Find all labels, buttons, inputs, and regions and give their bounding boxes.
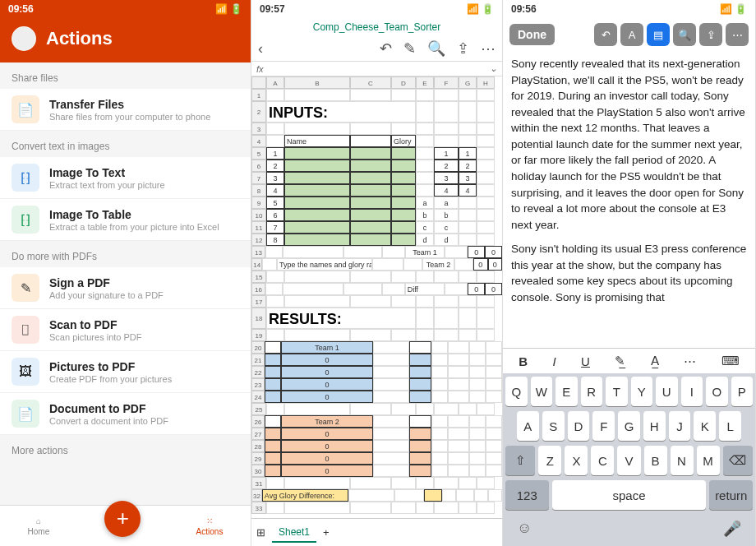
document-title[interactable]: Comp_Cheese_Team_Sorter <box>251 18 502 36</box>
key-v[interactable]: V <box>617 446 640 475</box>
more-icon[interactable]: ⋯ <box>481 39 496 58</box>
key-p[interactable]: P <box>731 377 754 406</box>
key-j[interactable]: J <box>669 411 691 441</box>
key-n[interactable]: N <box>671 446 694 475</box>
ocr-icon: ⁅⁆ <box>12 164 39 192</box>
item-transfer-files[interactable]: 📄 Transfer FilesShare files from your co… <box>0 89 251 131</box>
key-l[interactable]: L <box>719 411 741 441</box>
paragraph: Sony recently revealed that its next-gen… <box>511 56 747 233</box>
status-bar: 09:56📶 🔋 <box>0 0 251 18</box>
file-icon: 📄 <box>12 95 39 123</box>
document-body[interactable]: Sony recently revealed that its next-gen… <box>503 51 755 348</box>
toolbar: Done ↶ A ▤ 🔍 ⇪ ⋯ <box>503 18 755 51</box>
home-icon: ⌂ <box>36 516 41 525</box>
key-o[interactable]: O <box>706 377 728 406</box>
bold-button[interactable]: B <box>519 354 528 368</box>
key-y[interactable]: Y <box>631 377 653 406</box>
format-bar: B I U ✎̲ A̲ ⋯ ⌨ <box>503 348 755 373</box>
italic-button[interactable]: I <box>553 354 556 368</box>
status-bar: 09:56📶 🔋 <box>503 0 755 18</box>
plus-icon: + <box>117 506 129 531</box>
undo-icon[interactable]: ↶ <box>380 39 392 58</box>
item-image-to-text[interactable]: ⁅⁆ Image To TextExtract text from your p… <box>0 157 251 199</box>
scan-icon: ⌷ <box>12 316 39 344</box>
done-button[interactable]: Done <box>509 24 555 45</box>
sign-icon: ✎ <box>12 274 39 302</box>
keyboard-icon[interactable]: ⌨ <box>721 354 740 368</box>
formula-input[interactable] <box>269 64 485 74</box>
key-return[interactable]: return <box>709 480 753 510</box>
key-c[interactable]: C <box>591 446 614 475</box>
underline-button[interactable]: U <box>581 354 590 368</box>
key-u[interactable]: U <box>656 377 678 406</box>
more-format-icon[interactable]: ⋯ <box>684 354 696 368</box>
pictures-icon: 🖼 <box>12 358 39 386</box>
bottom-nav: ⌂Home + ⁙Actions <box>0 505 251 546</box>
key-q[interactable]: Q <box>505 377 528 406</box>
font-color-icon[interactable]: A̲ <box>651 354 659 368</box>
key-h[interactable]: H <box>643 411 666 441</box>
highlight-icon[interactable]: ✎̲ <box>615 354 625 368</box>
sheet-tabs: ⊞ Sheet1 + <box>251 518 502 546</box>
item-scan-pdf[interactable]: ⌷ Scan to PDFScan pictures into PDF <box>0 309 251 351</box>
fab-add[interactable]: + <box>104 501 141 537</box>
key-k[interactable]: K <box>694 411 716 441</box>
sheets-icon[interactable]: ⊞ <box>256 526 265 539</box>
key-shift[interactable]: ⇧ <box>505 446 535 475</box>
section-share: Share files <box>0 62 251 89</box>
draw-icon[interactable]: ✎ <box>403 39 416 58</box>
key-t[interactable]: T <box>606 377 628 406</box>
search-icon[interactable]: 🔍 <box>427 39 445 58</box>
key-w[interactable]: W <box>531 377 553 406</box>
grid-icon: ⁙ <box>206 516 213 525</box>
key-g[interactable]: G <box>618 411 640 441</box>
section-more: More actions <box>0 435 251 461</box>
status-bar: 09:57📶 🔋 <box>251 0 502 18</box>
style-icon[interactable]: A <box>620 23 643 46</box>
nav-actions[interactable]: ⁙Actions <box>196 516 224 536</box>
spreadsheet[interactable]: ABCDEFGH12INPUTS:34NameGlory511162227333… <box>251 76 502 518</box>
search-icon[interactable]: 🔍 <box>673 23 696 46</box>
key-d[interactable]: D <box>568 411 590 441</box>
toolbar: ‹ ↶ ✎ 🔍 ⇪ ⋯ <box>251 36 502 61</box>
paragraph: Sony isn't holding its usual E3 press co… <box>511 241 747 305</box>
emoji-icon[interactable]: ☺ <box>517 520 532 538</box>
key-e[interactable]: E <box>555 377 578 406</box>
more-icon[interactable]: ⋯ <box>726 23 749 46</box>
key-123[interactable]: 123 <box>505 480 549 510</box>
item-pictures-pdf[interactable]: 🖼 Pictures to PDFCreate PDF from your pi… <box>0 351 251 393</box>
item-image-to-table[interactable]: ⁅⁆ Image To TableExtract a table from yo… <box>0 199 251 241</box>
document-icon: 📄 <box>12 400 39 428</box>
chevron-down-icon[interactable]: ⌄ <box>490 63 497 74</box>
key-backspace[interactable]: ⌫ <box>723 446 753 475</box>
key-m[interactable]: M <box>697 446 720 475</box>
item-sign-pdf[interactable]: ✎ Sign a PDFAdd your signature to a PDF <box>0 267 251 309</box>
keyboard: QWERTYUIOP ASDFGHJKL ⇧ZXCVBNM⌫ 123 space… <box>503 373 755 546</box>
header: Actions <box>0 18 251 62</box>
key-x[interactable]: X <box>565 446 588 475</box>
tab-sheet1[interactable]: Sheet1 <box>272 523 316 543</box>
share-icon[interactable]: ⇪ <box>699 23 722 46</box>
avatar[interactable] <box>12 26 36 51</box>
page-title: Actions <box>46 28 113 49</box>
key-z[interactable]: Z <box>538 446 561 475</box>
section-pdf: Do more with PDFs <box>0 241 251 267</box>
key-r[interactable]: R <box>581 377 603 406</box>
undo-icon[interactable]: ↶ <box>594 23 617 46</box>
formula-bar[interactable]: fx⌄ <box>251 61 502 76</box>
layout-icon[interactable]: ▤ <box>647 23 670 46</box>
add-sheet-icon[interactable]: + <box>323 526 330 539</box>
key-space[interactable]: space <box>552 480 707 510</box>
item-document-pdf[interactable]: 📄 Document to PDFConvert a document into… <box>0 393 251 435</box>
section-convert: Convert text in images <box>0 131 251 157</box>
key-s[interactable]: S <box>542 411 565 441</box>
key-i[interactable]: I <box>681 377 703 406</box>
key-a[interactable]: A <box>517 411 539 441</box>
table-ocr-icon: ⁅⁆ <box>12 206 39 234</box>
key-f[interactable]: F <box>592 411 615 441</box>
mic-icon[interactable]: 🎤 <box>723 520 741 538</box>
nav-home[interactable]: ⌂Home <box>28 516 50 536</box>
share-icon[interactable]: ⇪ <box>457 39 469 58</box>
back-icon[interactable]: ‹ <box>258 40 263 58</box>
key-b[interactable]: B <box>644 446 667 475</box>
